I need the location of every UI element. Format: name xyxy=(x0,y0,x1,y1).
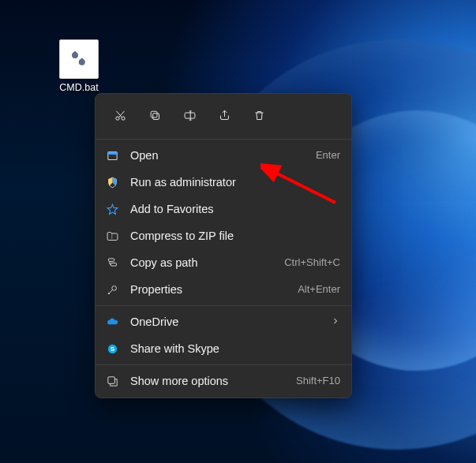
properties-icon xyxy=(105,282,119,297)
menu-item-shortcut: Alt+Enter xyxy=(298,282,340,297)
menu-item-compress-zip[interactable]: Compress to ZIP file xyxy=(96,222,351,249)
batch-file-icon xyxy=(59,39,99,79)
onedrive-icon xyxy=(105,315,119,329)
svg-point-4 xyxy=(115,116,118,119)
context-menu-command-bar xyxy=(96,94,351,136)
star-icon xyxy=(105,202,119,216)
menu-item-onedrive[interactable]: OneDrive xyxy=(96,308,351,335)
menu-item-label: Add to Favorites xyxy=(130,201,340,217)
svg-point-13 xyxy=(111,286,116,290)
menu-item-shortcut: Enter xyxy=(316,147,340,163)
svg-point-5 xyxy=(121,116,124,119)
svg-rect-10 xyxy=(107,151,116,154)
menu-item-label: Open xyxy=(130,147,305,163)
copy-button[interactable] xyxy=(141,102,168,129)
shield-admin-icon xyxy=(105,175,119,189)
menu-item-run-as-administrator[interactable]: Run as administrator xyxy=(96,169,351,196)
menu-item-properties[interactable]: Properties Alt+Enter xyxy=(96,276,351,303)
menu-item-shortcut: Ctrl+Shift+C xyxy=(284,255,340,271)
menu-item-label: Compress to ZIP file xyxy=(130,228,340,244)
rename-button[interactable] xyxy=(176,102,203,129)
svg-rect-7 xyxy=(151,111,157,118)
share-button[interactable] xyxy=(211,102,238,129)
menu-item-open[interactable]: Open Enter xyxy=(96,142,351,169)
show-more-icon xyxy=(105,374,119,388)
menu-item-label: Copy as path xyxy=(130,255,273,271)
menu-item-label: Share with Skype xyxy=(130,341,340,357)
menu-item-label: Properties xyxy=(130,282,287,297)
menu-item-show-more-options[interactable]: Show more options Shift+F10 xyxy=(96,368,351,394)
open-icon xyxy=(105,148,119,162)
menu-item-copy-as-path[interactable]: Copy as path Ctrl+Shift+C xyxy=(96,249,351,276)
separator xyxy=(96,139,351,140)
copy-path-icon xyxy=(105,256,119,270)
menu-item-label: Show more options xyxy=(130,373,285,389)
chevron-right-icon xyxy=(331,314,340,330)
menu-item-share-skype[interactable]: S Share with Skype xyxy=(96,335,351,362)
svg-text:S: S xyxy=(110,345,114,353)
svg-rect-6 xyxy=(152,113,159,119)
svg-rect-16 xyxy=(107,376,114,383)
desktop-icon-cmd-bat[interactable]: CMD.bat xyxy=(47,39,111,93)
svg-rect-3 xyxy=(81,58,84,61)
cut-button[interactable] xyxy=(107,102,133,129)
menu-item-label: OneDrive xyxy=(130,314,320,330)
desktop-icon-label: CMD.bat xyxy=(47,82,111,93)
svg-rect-8 xyxy=(185,112,195,118)
zip-folder-icon xyxy=(105,229,119,243)
menu-item-label: Run as administrator xyxy=(130,174,340,190)
delete-button[interactable] xyxy=(245,102,272,129)
menu-item-shortcut: Shift+F10 xyxy=(296,373,340,389)
skype-icon: S xyxy=(105,342,119,356)
separator xyxy=(96,364,351,365)
svg-rect-2 xyxy=(74,51,77,54)
menu-item-add-to-favorites[interactable]: Add to Favorites xyxy=(96,196,351,222)
context-menu: Open Enter Run as administrator Add to F… xyxy=(95,93,352,398)
separator xyxy=(96,305,351,306)
svg-rect-11 xyxy=(108,258,114,261)
svg-rect-12 xyxy=(111,263,116,266)
